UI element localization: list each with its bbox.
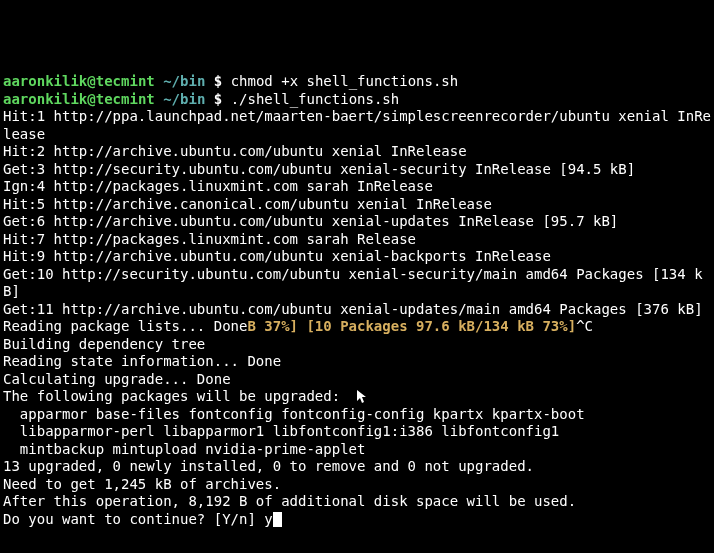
prompt-line-1: aaronkilik@tecmint ~/bin $ chmod +x shel…: [3, 73, 711, 91]
at-sign: @: [87, 91, 95, 107]
username: aaronkilik: [3, 91, 87, 107]
cwd-path: ~/bin: [155, 91, 214, 107]
output-line: Get:11 http://archive.ubuntu.com/ubuntu …: [3, 301, 711, 319]
output-line: libapparmor-perl libapparmor1 libfontcon…: [3, 423, 711, 441]
hostname: tecmint: [96, 91, 155, 107]
output-line: Reading state information... Done: [3, 353, 711, 371]
output-line: 13 upgraded, 0 newly installed, 0 to rem…: [3, 458, 711, 476]
output-line: Get:3 http://security.ubuntu.com/ubuntu …: [3, 161, 711, 179]
output-line: mintbackup mintupload nvidia-prime-apple…: [3, 441, 711, 459]
output-line: Ign:4 http://packages.linuxmint.com sara…: [3, 178, 711, 196]
output-line: Get:6 http://archive.ubuntu.com/ubuntu x…: [3, 213, 711, 231]
cwd-path: ~/bin: [155, 73, 214, 89]
user-input: y: [264, 511, 272, 527]
output-line: Building dependency tree: [3, 336, 711, 354]
output-line: Need to get 1,245 kB of archives.: [3, 476, 711, 494]
ctrl-c: ^C: [576, 318, 593, 334]
output-line: Hit:9 http://archive.ubuntu.com/ubuntu x…: [3, 248, 711, 266]
output-line: Hit:2 http://archive.ubuntu.com/ubuntu x…: [3, 143, 711, 161]
upgrade-header: The following packages will be upgraded:: [3, 388, 340, 404]
command-text: chmod +x shell_functions.sh: [231, 73, 459, 89]
output-line: Get:10 http://security.ubuntu.com/ubuntu…: [3, 266, 711, 301]
output-line: Reading package lists... DoneB 37%] [10 …: [3, 318, 711, 336]
output-line: Hit:5 http://archive.canonical.com/ubunt…: [3, 196, 711, 214]
at-sign: @: [87, 73, 95, 89]
output-line: Hit:1 http://ppa.launchpad.net/maarten-b…: [3, 108, 711, 143]
output-line: The following packages will be upgraded:: [3, 388, 711, 406]
cursor-block-icon: [273, 512, 282, 527]
hostname: tecmint: [96, 73, 155, 89]
output-line: apparmor base-files fontconfig fontconfi…: [3, 406, 711, 424]
continue-prompt: Do you want to continue? [Y/n]: [3, 511, 264, 527]
prompt-dollar: $: [214, 91, 231, 107]
reading-lists: Reading package lists... Done: [3, 318, 247, 334]
username: aaronkilik: [3, 73, 87, 89]
command-text: ./shell_functions.sh: [231, 91, 400, 107]
continue-prompt-line[interactable]: Do you want to continue? [Y/n] y: [3, 511, 711, 529]
output-line: After this operation, 8,192 B of additio…: [3, 493, 711, 511]
cursor-arrow-icon: [357, 390, 367, 404]
output-line: Hit:7 http://packages.linuxmint.com sara…: [3, 231, 711, 249]
prompt-line-2: aaronkilik@tecmint ~/bin $ ./shell_funct…: [3, 91, 711, 109]
prompt-dollar: $: [214, 73, 231, 89]
output-line: Calculating upgrade... Done: [3, 371, 711, 389]
progress-text: B 37%] [10 Packages 97.6 kB/134 kB 73%]: [247, 318, 576, 334]
